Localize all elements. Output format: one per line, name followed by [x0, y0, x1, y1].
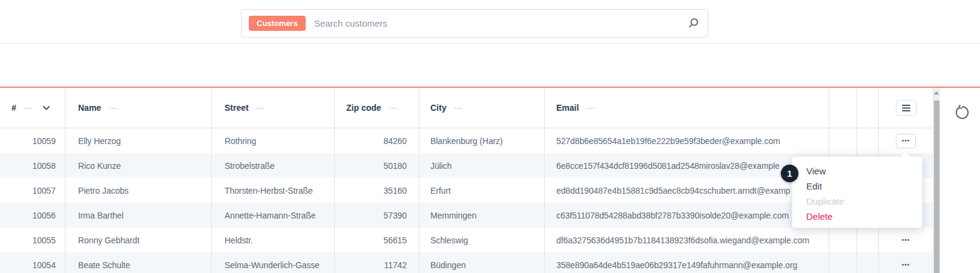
cell-street: Heldstr.: [212, 228, 335, 252]
top-search-bar: Customers Search customers: [0, 0, 980, 44]
search-scope-tag[interactable]: Customers: [249, 16, 306, 31]
refresh-button[interactable]: [953, 104, 970, 121]
cell-email: 358e890a64de4b519ae06b29317e149fafuhrman…: [545, 252, 829, 273]
column-header-email[interactable]: Email •••: [545, 88, 829, 128]
cell-spacer: [857, 128, 879, 153]
column-label: Email: [556, 103, 579, 113]
row-actions-button[interactable]: •••: [902, 261, 910, 268]
cell-id: 10057: [0, 178, 65, 203]
column-header-spacer: [857, 88, 879, 128]
column-menu-icon[interactable]: •••: [109, 105, 117, 111]
table-row[interactable]: 10054 Beate Schulte Selma-Wunderlich-Gas…: [0, 252, 933, 273]
column-label: Name: [78, 103, 101, 113]
customer-list-page: Customers Search customers Customers (61…: [0, 0, 980, 273]
column-header-city[interactable]: City •••: [419, 88, 545, 128]
cell-spacer: [829, 228, 857, 252]
global-search-input[interactable]: Customers Search customers: [241, 9, 708, 38]
column-header-zip[interactable]: Zip code •••: [335, 88, 419, 128]
column-header-name[interactable]: Name •••: [65, 88, 212, 128]
cell-zip: 50180: [335, 153, 419, 178]
cell-street: Annette-Hamann-Straße: [212, 203, 335, 228]
column-header-street[interactable]: Street •••: [212, 88, 335, 128]
column-menu-icon[interactable]: •••: [24, 105, 33, 111]
cell-city: Schleswig: [419, 228, 545, 252]
cell-actions: •••: [879, 128, 933, 153]
scroll-up-arrow[interactable]: [933, 88, 939, 97]
column-menu-icon[interactable]: •••: [454, 105, 462, 111]
column-menu-icon[interactable]: •••: [257, 105, 265, 111]
cell-city: Jülich: [419, 153, 545, 178]
cell-name: Irma Barthel: [65, 203, 212, 228]
cell-name: Ronny Gebhardt: [65, 228, 212, 252]
cell-zip: 57390: [335, 203, 419, 228]
refresh-icon: [954, 105, 970, 120]
smart-bar: Customers (61) Add customer: [0, 44, 980, 87]
context-menu-item-edit[interactable]: Edit: [792, 179, 922, 194]
vertical-scrollbar[interactable]: [933, 88, 939, 273]
cell-id: 10059: [0, 128, 65, 153]
scrollbar-thumb[interactable]: [934, 100, 939, 273]
cell-spacer: [857, 252, 879, 273]
column-header-id[interactable]: # •••: [0, 88, 65, 128]
search-icon[interactable]: [688, 18, 699, 29]
cell-street: Selma-Wunderlich-Gasse: [212, 252, 335, 273]
cell-zip: 35160: [335, 178, 419, 203]
row-actions-button[interactable]: •••: [902, 237, 910, 243]
cell-spacer: [829, 128, 857, 153]
column-menu-icon[interactable]: •••: [389, 105, 398, 111]
cell-spacer: [829, 252, 857, 273]
search-placeholder: Search customers: [314, 18, 688, 28]
cell-name: Elly Herzog: [65, 128, 212, 153]
cell-zip: 11742: [335, 252, 419, 273]
cell-id: 10056: [0, 203, 65, 228]
row-context-menu: View Edit Duplicate Delete: [792, 156, 922, 228]
cell-city: Erfurt: [419, 178, 545, 203]
cell-street: Rothring: [212, 128, 335, 153]
cell-id: 10054: [0, 252, 65, 273]
cell-city: Blankenburg (Harz): [419, 128, 545, 153]
cell-actions: •••: [879, 252, 933, 273]
annotation-badge: 1: [781, 165, 798, 182]
row-actions-button-active[interactable]: •••: [896, 134, 916, 148]
sidebar-panel: [939, 88, 980, 273]
table-row[interactable]: 10059 Elly Herzog Rothring 84260 Blanken…: [0, 128, 933, 153]
grid-settings-button[interactable]: [896, 100, 916, 116]
cell-name: Pietro Jacobs: [65, 178, 212, 203]
grid-settings-cell: [879, 88, 933, 128]
context-menu-item-duplicate: Duplicate: [792, 194, 922, 209]
column-label: #: [12, 103, 16, 113]
column-header-spacer: [829, 88, 857, 128]
column-label: Zip code: [346, 103, 381, 113]
cell-id: 10058: [0, 153, 65, 178]
cell-zip: 56615: [335, 228, 419, 252]
cell-email: c63f511078d54288abd38bf2787b3390isolde20…: [545, 203, 829, 228]
cell-street: Thorsten-Herbst-Straße: [212, 178, 335, 203]
context-menu-item-delete[interactable]: Delete: [792, 209, 922, 224]
cell-name: Beate Schulte: [65, 252, 212, 273]
column-label: Street: [225, 103, 249, 113]
chevron-down-icon[interactable]: [43, 106, 50, 110]
cell-id: 10055: [0, 228, 65, 252]
hamburger-icon: [902, 105, 910, 111]
cell-spacer: [857, 228, 879, 252]
column-menu-icon[interactable]: •••: [587, 105, 595, 111]
cell-city: Büdingen: [419, 252, 545, 273]
grid-header-row: # ••• Name ••• Street ••• Zip code •••: [0, 88, 933, 128]
cell-street: Strobelstraße: [212, 153, 335, 178]
cell-city: Memmingen: [419, 203, 545, 228]
column-label: City: [430, 103, 446, 113]
scroll-up-icon: [934, 91, 939, 94]
cell-email: 527d8b6e85654a1eb19f6e222b9e59f3beder@ex…: [545, 128, 829, 153]
cell-zip: 84260: [335, 128, 419, 153]
cell-name: Rico Kunze: [65, 153, 212, 178]
context-menu-item-view[interactable]: View: [792, 163, 922, 179]
cell-email: df6a3275636d4951b7b1184138923f6dsofia.wi…: [545, 228, 829, 252]
cell-actions: •••: [879, 228, 933, 252]
table-row[interactable]: 10055 Ronny Gebhardt Heldstr. 56615 Schl…: [0, 228, 933, 252]
